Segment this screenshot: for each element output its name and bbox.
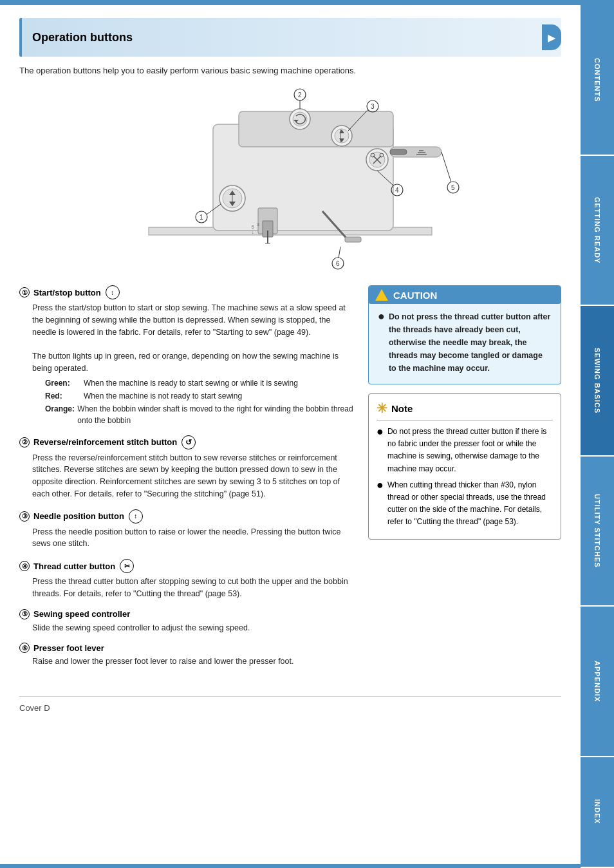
svg-text:↓: ↓ [252,230,254,234]
svg-text:6: 6 [336,260,340,267]
note-title: Note [391,403,413,414]
main-content: Operation buttons ▶ The operation button… [0,5,581,726]
thread-cutter-section: ④ Thread cutter button ✂ Press the threa… [19,559,355,600]
machine-diagram: 1 2 3 4 5 6 5 ↓ 3 [110,86,470,272]
needle-position-icon: ↕ [129,509,143,524]
reverse-stitch-icon: ↺ [181,435,196,449]
right-column: CAUTION ● Do not press the thread cutter… [368,285,561,677]
note-body: ● Do not press the thread cutter button … [377,426,553,529]
svg-text:5: 5 [252,225,254,229]
num-4: ④ [19,561,30,571]
color-green-label: Green: [45,377,84,389]
presser-foot-desc: Raise and lower the presser foot lever t… [19,656,355,668]
caution-item-1: ● Do not press the thread cutter button … [378,310,552,375]
reverse-stitch-section: ② Reverse/reinforcement stitch button ↺ … [19,435,355,500]
note-bullet-2: ● [377,479,384,529]
start-stop-label: Start/stop button [33,288,101,297]
note-header: ✳ Note [377,401,553,420]
thread-cutter-title: ④ Thread cutter button ✂ [19,559,355,573]
footer-label: Cover D [19,703,50,713]
sidebar-tab-sewing-basics[interactable]: SEWING BASICS [581,306,614,457]
two-column-layout: ① Start/stop button ↕ Press the start/st… [19,285,561,677]
sidebar-tab-contents[interactable]: CONTENTS [581,5,614,156]
section-header: Operation buttons ▶ [19,18,561,57]
presser-foot-title: ⑥ Presser foot lever [19,643,355,653]
caution-title: CAUTION [393,290,437,301]
sidebar-tab-utility-stitches[interactable]: UTILITY STITCHES [581,457,614,607]
reverse-stitch-title: ② Reverse/reinforcement stitch button ↺ [19,435,355,449]
top-bar [0,0,614,5]
thread-cutter-desc: Press the thread cutter button after sto… [19,576,355,600]
color-green: Green: When the machine is ready to star… [45,377,355,389]
bottom-bar [0,864,581,868]
svg-text:1: 1 [200,214,203,221]
start-stop-title: ① Start/stop button ↕ [19,285,355,299]
caution-header: CAUTION [369,286,561,304]
start-stop-icon: ↕ [106,285,120,299]
caution-box: CAUTION ● Do not press the thread cutter… [368,285,561,384]
thread-cutter-icon: ✂ [120,559,134,573]
speed-controller-title: ⑤ Sewing speed controller [19,609,355,619]
note-item-2: ● When cutting thread thicker than #30, … [377,479,553,529]
color-orange-desc: When the bobbin winder shaft is moved to… [77,403,355,426]
svg-text:3: 3 [257,222,259,227]
caution-triangle-icon [375,289,388,301]
header-arrow-tab: ▶ [542,24,561,50]
num-1: ① [19,287,30,297]
svg-text:2: 2 [298,91,302,99]
reverse-stitch-desc: Press the reverse/reinforcement stitch b… [19,452,355,500]
color-red-label: Red: [45,390,84,402]
svg-rect-2 [239,111,393,147]
start-stop-section: ① Start/stop button ↕ Press the start/st… [19,285,355,426]
note-box: ✳ Note ● Do not press the thread cutter … [368,393,561,540]
num-5: ⑤ [19,609,30,619]
note-text-1: Do not press the thread cutter button if… [387,426,553,475]
color-green-desc: When the machine is ready to start sewin… [84,377,298,389]
presser-foot-label: Presser foot lever [33,643,104,653]
svg-text:3: 3 [371,103,375,110]
num-3: ③ [19,511,30,522]
intro-text: The operation buttons help you to easily… [19,66,561,75]
start-stop-desc: Press the start/stop button to start or … [19,302,355,426]
svg-line-45 [442,152,451,182]
svg-rect-32 [345,237,361,242]
left-column: ① Start/stop button ↕ Press the start/st… [19,285,355,677]
color-table: Green: When the machine is ready to star… [45,377,355,426]
note-text-2: When cutting thread thicker than #30, ny… [387,479,553,529]
needle-position-desc: Press the needle position button to rais… [19,526,355,551]
thread-cutter-label: Thread cutter button [33,561,115,571]
presser-foot-section: ⑥ Presser foot lever Raise and lower the… [19,643,355,668]
speed-controller-desc: Slide the sewing speed controller to adj… [19,622,355,634]
needle-position-label: Needle position button [33,511,124,521]
note-bullet-1: ● [377,426,384,475]
sidebar-tab-getting-ready[interactable]: GETTING READY [581,156,614,307]
reverse-stitch-label: Reverse/reinforcement stitch button [33,437,177,447]
num-2: ② [19,437,30,448]
diagram-area: 1 2 3 4 5 6 5 ↓ 3 [19,86,561,272]
color-red: Red: When the machine is not ready to st… [45,390,355,402]
caution-bullet: ● [378,310,385,375]
svg-line-48 [339,247,340,258]
caution-body: ● Do not press the thread cutter button … [378,310,552,375]
section-title: Operation buttons [32,31,133,44]
note-star-icon: ✳ [377,401,387,416]
num-6: ⑥ [19,643,30,653]
sidebar-tab-appendix[interactable]: APPENDIX [581,607,614,757]
right-sidebar: CONTENTS GETTING READY SEWING BASICS UTI… [581,5,614,868]
needle-position-title: ③ Needle position button ↕ [19,509,355,524]
footer: Cover D [19,696,561,713]
speed-controller-section: ⑤ Sewing speed controller Slide the sewi… [19,609,355,634]
color-red-desc: When the machine is not ready to start s… [84,390,242,402]
color-orange: Orange: When the bobbin winder shaft is … [45,403,355,426]
svg-text:5: 5 [451,184,455,191]
note-item-1: ● Do not press the thread cutter button … [377,426,553,475]
svg-text:4: 4 [395,187,399,194]
needle-position-section: ③ Needle position button ↕ Press the nee… [19,509,355,551]
color-orange-label: Orange: [45,403,77,426]
caution-text-1: Do not press the thread cutter button af… [389,310,552,375]
speed-controller-label: Sewing speed controller [33,609,130,619]
sidebar-tab-index[interactable]: INDEX [581,757,614,868]
svg-rect-27 [390,149,407,155]
